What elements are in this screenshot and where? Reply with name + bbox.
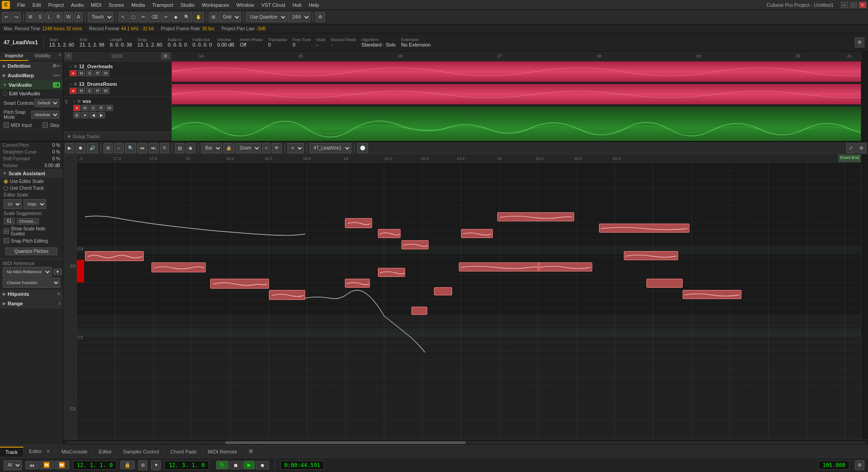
track-vox-mute[interactable]: M — [81, 105, 89, 111]
transport-play-btn[interactable]: ▶ — [243, 461, 255, 469]
note-7[interactable] — [401, 240, 429, 249]
vaudio-play-btn[interactable]: ▶ — [65, 143, 74, 153]
track-drumsroom-record[interactable]: ● — [70, 88, 77, 94]
use-chord-track-radio[interactable] — [4, 186, 8, 191]
track-drumsroom-read[interactable]: R — [94, 88, 101, 94]
vaudio-bar-select[interactable]: Bar — [201, 143, 222, 153]
note-5[interactable] — [345, 218, 372, 228]
add-track-button[interactable]: + — [65, 53, 72, 59]
menu-media[interactable]: Media — [128, 1, 149, 9]
menu-edit[interactable]: Edit — [29, 1, 45, 9]
tab-mixconsole[interactable]: MixConsole — [56, 447, 93, 456]
vaudio-loop-btn[interactable]: ↻ — [160, 143, 169, 153]
close-button[interactable]: ✕ — [859, 2, 866, 8]
menu-vstcloud[interactable]: VST Cloud — [258, 1, 289, 9]
vaudio-zoom-select[interactable]: Zoom — [236, 143, 261, 153]
vaudio-tool1[interactable]: ⊞ — [104, 143, 113, 153]
note-11[interactable] — [411, 307, 427, 315]
tool-pointer[interactable]: ↖ — [118, 12, 127, 22]
tab-visibility[interactable]: Visibility — [28, 51, 57, 61]
menu-hub[interactable]: Hub — [289, 1, 305, 9]
pitch-snap-mode-select[interactable]: Absolute — [31, 111, 59, 119]
transport-settings[interactable]: ⚙ — [855, 460, 864, 470]
variaudio-header[interactable]: ▼ VariAudio ↑4 — [0, 80, 63, 89]
track-vox-btn4[interactable]: ▶ — [98, 112, 105, 118]
scale-mode-select[interactable]: Major — [24, 199, 46, 209]
vaudio-fastfwd-btn[interactable]: ⏭ — [149, 143, 159, 153]
midi-ref-select[interactable]: No MIDI Reference — [3, 267, 52, 277]
track-overheads-solo[interactable]: S — [86, 70, 93, 76]
mode-a[interactable]: A — [74, 12, 83, 22]
tab-settings[interactable]: ⚙ — [243, 447, 259, 456]
tab-chord-pads[interactable]: Chord Pads — [165, 447, 203, 456]
tab-sampler-control[interactable]: Sampler Control — [118, 447, 165, 456]
touch-mode-select[interactable]: Touch — [88, 12, 113, 22]
transport-position[interactable]: 12. 1. 1. 0 — [73, 461, 117, 470]
note-3[interactable] — [210, 279, 269, 289]
note-18[interactable] — [646, 279, 683, 288]
menu-project[interactable]: Project — [45, 1, 67, 9]
menu-midi[interactable]: MIDI — [87, 1, 105, 9]
vaudio-settings2-btn[interactable]: ⚙ — [857, 143, 866, 153]
quantize-select[interactable]: Use Quantize — [246, 12, 287, 22]
vaudio-bar-lock-btn[interactable]: 🔒 — [223, 143, 234, 153]
minimize-button[interactable]: ─ — [841, 2, 848, 8]
menu-transport[interactable]: Transport — [149, 1, 177, 9]
note-9[interactable] — [345, 279, 370, 288]
inspector-collapse[interactable]: ≡ — [57, 51, 63, 61]
vaudio-tool2[interactable]: ↔ — [114, 143, 124, 153]
vaudio-zoom-btn[interactable]: 🔍 — [125, 143, 136, 153]
note-13[interactable] — [461, 229, 493, 238]
note-15[interactable] — [538, 262, 592, 271]
transport-prev[interactable]: ⏪ — [39, 461, 54, 469]
right-scrollbar-top[interactable] — [861, 51, 868, 141]
scale-key-select[interactable]: C# — [4, 199, 22, 209]
menu-scores[interactable]: Scores — [105, 1, 127, 9]
vaudio-right-scrollbar[interactable] — [861, 154, 868, 439]
use-editor-scale-radio[interactable] — [4, 179, 8, 184]
maximize-button[interactable]: □ — [850, 2, 857, 8]
show-scale-note-guides-checkbox[interactable]: ✓ — [4, 229, 9, 234]
step-checkbox[interactable] — [42, 122, 48, 128]
transport-rec-btn[interactable]: ⏺ — [256, 461, 269, 469]
midi-ref-options-button[interactable]: ▼ — [53, 269, 62, 275]
tool-glue[interactable]: ◆ — [171, 12, 180, 22]
track-overheads-mute[interactable]: M — [78, 70, 85, 76]
note-12[interactable] — [497, 212, 574, 221]
menu-help[interactable]: Help — [305, 1, 323, 9]
note-14[interactable] — [459, 262, 540, 271]
vaudio-history-btn[interactable]: 🕐 — [357, 143, 368, 153]
audiowarp-header[interactable]: ▶ AudioWarp >>> — [0, 71, 63, 80]
transport-go-start[interactable]: ⏮ — [25, 461, 38, 469]
track-vox-write[interactable]: W — [106, 105, 113, 111]
track-vox-btn1[interactable]: ⊞ — [73, 112, 80, 118]
note-1[interactable] — [85, 251, 144, 261]
vaudio-record-btn[interactable]: ⏺ — [75, 143, 85, 153]
midi-input-checkbox[interactable] — [4, 122, 9, 128]
tab-midi-remote[interactable]: MIDI Remote — [203, 447, 243, 456]
track-drumsroom-write[interactable]: W — [102, 88, 109, 94]
tool-zoom[interactable]: 🔍 — [181, 12, 192, 22]
vaudio-lanes-select[interactable]: ≡ — [288, 143, 304, 153]
mode-w[interactable]: W — [64, 12, 73, 22]
settings-track-button[interactable]: ⚙ — [855, 37, 864, 47]
menu-file[interactable]: File — [14, 1, 29, 9]
tab-inspector[interactable]: Inspector — [0, 51, 28, 61]
vaudio-bottom-scrollbar[interactable] — [63, 439, 868, 445]
smart-controls-select[interactable]: Default — [34, 99, 59, 107]
track-vox-record[interactable]: ● — [73, 105, 80, 111]
choose-function-select[interactable]: Choose Function — [3, 278, 60, 288]
note-16[interactable] — [599, 224, 689, 233]
tool-eraser[interactable]: ⌫ — [149, 12, 160, 22]
track-vox-btn2[interactable]: ● — [81, 112, 89, 118]
transport-next[interactable]: ⏩ — [55, 461, 69, 469]
track-overheads-write[interactable]: W — [102, 70, 109, 76]
transport-snap1[interactable]: ⊞ — [138, 460, 147, 470]
range-header[interactable]: ▶ Range I — [0, 299, 63, 308]
vaudio-blobs-btn[interactable]: ◉ — [186, 143, 195, 153]
track-vox-btn3[interactable]: ◀ — [90, 112, 97, 118]
note-2[interactable] — [151, 262, 206, 272]
transport-stop-btn[interactable]: ⏹ — [229, 461, 242, 469]
transport-loop-btn[interactable]: ↻ — [216, 461, 228, 469]
track-vox-read[interactable]: R — [98, 105, 105, 111]
